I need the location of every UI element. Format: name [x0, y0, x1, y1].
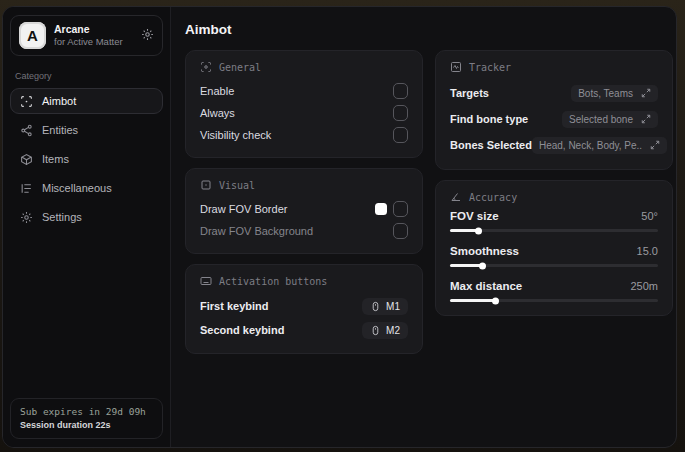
dropdown-value: Head, Neck, Body, Pe.. — [539, 140, 642, 151]
max-distance-slider[interactable] — [450, 299, 658, 302]
category-nav: Aimbot Entities Items Miscellaneous — [10, 88, 163, 230]
setting-row-max-distance: Max distance 250m — [450, 280, 658, 302]
draw-fov-background-checkbox[interactable] — [393, 223, 408, 239]
scan-icon — [20, 95, 33, 108]
find-bone-type-dropdown[interactable]: Selected bone — [562, 111, 658, 128]
subscription-info: Sub expires in 29d 09h Session duration … — [10, 398, 163, 439]
setting-label: Targets — [450, 87, 489, 99]
setting-label: First keybind — [200, 300, 268, 312]
setting-row-find-bone-type: Find bone type Selected bone — [450, 106, 658, 132]
setting-label: Visibility check — [200, 129, 271, 141]
enable-checkbox[interactable] — [393, 83, 408, 99]
setting-label: Bones Selected — [450, 139, 532, 151]
setting-row-first-keybind: First keybind M1 — [200, 294, 408, 318]
setting-row-draw-fov-border: Draw FOV Border — [200, 198, 408, 220]
slider-value: 15.0 — [637, 245, 658, 257]
accuracy-card: Accuracy FOV size 50° Smoothness — [435, 180, 673, 316]
expand-icon — [641, 114, 651, 124]
setting-label: Enable — [200, 85, 234, 97]
page-title: Aimbot — [185, 22, 673, 37]
slider-value: 250m — [630, 280, 658, 292]
setting-label: FOV size — [450, 210, 499, 222]
tracker-icon — [450, 61, 462, 73]
slider-fill — [450, 264, 483, 267]
keybind-value: M2 — [386, 325, 400, 336]
setting-row-bones-selected: Bones Selected Head, Neck, Body, Pe.. — [450, 132, 658, 158]
keyboard-icon — [200, 275, 212, 287]
sidebar-item-label: Items — [42, 153, 69, 165]
category-label: Category — [15, 71, 158, 81]
sidebar-item-miscellaneous[interactable]: Miscellaneous — [10, 175, 163, 201]
setting-label: Find bone type — [450, 113, 528, 125]
setting-row-smoothness: Smoothness 15.0 — [450, 245, 658, 267]
fov-size-slider[interactable] — [450, 229, 658, 232]
setting-row-visibility-check: Visibility check — [200, 124, 408, 146]
sidebar-item-label: Settings — [42, 211, 82, 223]
setting-label: Draw FOV Background — [200, 225, 313, 237]
setting-row-targets: Targets Bots, Teams — [450, 80, 658, 106]
session-duration-text: Session duration 22s — [20, 420, 153, 430]
sidebar-item-label: Entities — [42, 124, 78, 136]
expand-icon — [641, 88, 651, 98]
crosshair-icon — [200, 61, 212, 73]
card-title: Tracker — [469, 62, 511, 73]
general-card: General Enable Always Visibility check — [185, 50, 423, 158]
brand-title: Arcane — [54, 23, 133, 36]
visibility-check-checkbox[interactable] — [393, 127, 408, 143]
smoothness-slider[interactable] — [450, 264, 658, 267]
setting-row-fov-size: FOV size 50° — [450, 210, 658, 232]
sidebar-item-label: Aimbot — [42, 95, 76, 107]
mouse-icon — [370, 325, 381, 336]
setting-label: Always — [200, 107, 235, 119]
setting-label: Second keybind — [200, 324, 284, 336]
card-title: Activation buttons — [219, 276, 327, 287]
setting-row-enable: Enable — [200, 80, 408, 102]
card-title: Accuracy — [469, 192, 517, 203]
sidebar-item-entities[interactable]: Entities — [10, 117, 163, 143]
sidebar-item-items[interactable]: Items — [10, 146, 163, 172]
draw-fov-border-checkbox[interactable] — [393, 201, 408, 217]
expand-icon — [650, 140, 660, 150]
fov-border-color-swatch[interactable] — [375, 203, 387, 215]
dropdown-value: Selected bone — [569, 114, 633, 125]
card-title: Visual — [219, 180, 255, 191]
setting-row-always: Always — [200, 102, 408, 124]
sub-expiry-text: Sub expires in 29d 09h — [20, 406, 153, 417]
mouse-icon — [370, 301, 381, 312]
slider-fill — [450, 299, 496, 302]
brand-logo: A — [19, 22, 46, 49]
targets-dropdown[interactable]: Bots, Teams — [571, 85, 658, 102]
sidebar-item-aimbot[interactable]: Aimbot — [10, 88, 163, 114]
second-keybind-button[interactable]: M2 — [362, 322, 408, 339]
frame-icon — [200, 179, 212, 191]
first-keybind-button[interactable]: M1 — [362, 298, 408, 315]
always-checkbox[interactable] — [393, 105, 408, 121]
brand-subtitle: for Active Matter — [54, 36, 133, 48]
activation-buttons-card: Activation buttons First keybind M1 Seco… — [185, 264, 423, 354]
bones-selected-dropdown[interactable]: Head, Neck, Body, Pe.. — [532, 137, 667, 154]
sidebar-item-settings[interactable]: Settings — [10, 204, 163, 230]
slider-fill — [450, 229, 479, 232]
brand-card: A Arcane for Active Matter — [10, 15, 163, 56]
visual-card: Visual Draw FOV Border Draw FOV Backgrou… — [185, 168, 423, 254]
setting-label: Max distance — [450, 280, 522, 292]
sidebar: A Arcane for Active Matter Category Aimb… — [3, 7, 171, 447]
setting-label: Draw FOV Border — [200, 203, 287, 215]
main-content: Aimbot General Enable A — [171, 7, 677, 447]
list-icon — [20, 182, 33, 195]
brand-initial: A — [27, 27, 38, 44]
dropdown-value: Bots, Teams — [578, 88, 633, 99]
gear-icon[interactable] — [141, 27, 154, 45]
angle-icon — [450, 191, 462, 203]
tracker-card: Tracker Targets Bots, Teams Find bone ty… — [435, 50, 673, 170]
keybind-value: M1 — [386, 301, 400, 312]
setting-label: Smoothness — [450, 245, 519, 257]
card-title: General — [219, 62, 261, 73]
gear-icon — [20, 211, 33, 224]
slider-value: 50° — [641, 210, 658, 222]
cube-icon — [20, 153, 33, 166]
setting-row-draw-fov-background: Draw FOV Background — [200, 220, 408, 242]
setting-row-second-keybind: Second keybind M2 — [200, 318, 408, 342]
sidebar-item-label: Miscellaneous — [42, 182, 112, 194]
nodes-icon — [20, 124, 33, 137]
